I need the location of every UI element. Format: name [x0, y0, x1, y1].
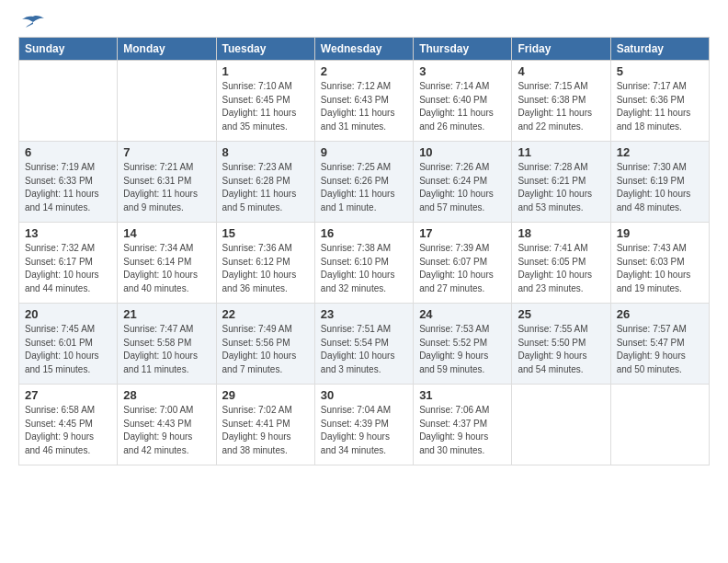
calendar-cell: 26Sunrise: 7:57 AM Sunset: 5:47 PM Dayli…: [610, 304, 709, 385]
calendar-cell: 3Sunrise: 7:14 AM Sunset: 6:40 PM Daylig…: [414, 61, 512, 142]
day-number: 2: [321, 64, 407, 78]
calendar-cell: 14Sunrise: 7:34 AM Sunset: 6:14 PM Dayli…: [118, 223, 216, 304]
calendar-cell: 23Sunrise: 7:51 AM Sunset: 5:54 PM Dayli…: [314, 304, 413, 385]
day-number: 4: [518, 64, 604, 78]
day-number: 3: [419, 64, 506, 78]
cell-info: Sunrise: 7:55 AM Sunset: 5:50 PM Dayligh…: [518, 323, 604, 376]
calendar-cell: 8Sunrise: 7:23 AM Sunset: 6:28 PM Daylig…: [216, 142, 314, 223]
cell-info: Sunrise: 7:45 AM Sunset: 6:01 PM Dayligh…: [25, 323, 111, 376]
day-number: 18: [518, 226, 604, 240]
calendar-cell: 17Sunrise: 7:39 AM Sunset: 6:07 PM Dayli…: [414, 223, 512, 304]
cell-info: Sunrise: 7:12 AM Sunset: 6:43 PM Dayligh…: [321, 80, 407, 133]
calendar-cell: 1Sunrise: 7:10 AM Sunset: 6:45 PM Daylig…: [216, 61, 314, 142]
header-friday: Friday: [512, 38, 610, 61]
header-saturday: Saturday: [610, 38, 709, 61]
cell-info: Sunrise: 7:02 AM Sunset: 4:41 PM Dayligh…: [222, 404, 309, 457]
day-number: 13: [25, 226, 111, 240]
day-number: 5: [617, 64, 703, 78]
calendar-cell: [610, 385, 709, 465]
day-number: 20: [25, 307, 111, 321]
day-number: 15: [222, 226, 309, 240]
logo: [18, 18, 46, 29]
calendar-cell: 9Sunrise: 7:25 AM Sunset: 6:26 PM Daylig…: [314, 142, 413, 223]
week-row-5: 27Sunrise: 6:58 AM Sunset: 4:45 PM Dayli…: [19, 385, 710, 465]
header-row: SundayMondayTuesdayWednesdayThursdayFrid…: [19, 38, 710, 61]
calendar-cell: [512, 385, 610, 465]
day-number: 30: [321, 388, 407, 402]
calendar-cell: 7Sunrise: 7:21 AM Sunset: 6:31 PM Daylig…: [118, 142, 216, 223]
cell-info: Sunrise: 7:41 AM Sunset: 6:05 PM Dayligh…: [518, 242, 604, 295]
cell-info: Sunrise: 7:21 AM Sunset: 6:31 PM Dayligh…: [123, 161, 210, 214]
day-number: 12: [617, 145, 703, 159]
cell-info: Sunrise: 7:00 AM Sunset: 4:43 PM Dayligh…: [123, 404, 210, 457]
day-number: 17: [419, 226, 506, 240]
header-monday: Monday: [118, 38, 216, 61]
cell-info: Sunrise: 7:14 AM Sunset: 6:40 PM Dayligh…: [419, 80, 506, 133]
week-row-2: 6Sunrise: 7:19 AM Sunset: 6:33 PM Daylig…: [19, 142, 710, 223]
calendar-cell: 18Sunrise: 7:41 AM Sunset: 6:05 PM Dayli…: [512, 223, 610, 304]
day-number: 21: [123, 307, 210, 321]
calendar-cell: 30Sunrise: 7:04 AM Sunset: 4:39 PM Dayli…: [314, 385, 413, 465]
calendar-cell: 4Sunrise: 7:15 AM Sunset: 6:38 PM Daylig…: [512, 61, 610, 142]
cell-info: Sunrise: 7:43 AM Sunset: 6:03 PM Dayligh…: [617, 242, 703, 295]
day-number: 24: [419, 307, 506, 321]
day-number: 7: [123, 145, 210, 159]
calendar-cell: [19, 61, 118, 142]
calendar-cell: [118, 61, 216, 142]
calendar-cell: 25Sunrise: 7:55 AM Sunset: 5:50 PM Dayli…: [512, 304, 610, 385]
cell-info: Sunrise: 7:30 AM Sunset: 6:19 PM Dayligh…: [617, 161, 703, 214]
cell-info: Sunrise: 7:10 AM Sunset: 6:45 PM Dayligh…: [222, 80, 309, 133]
cell-info: Sunrise: 7:49 AM Sunset: 5:56 PM Dayligh…: [222, 323, 309, 376]
cell-info: Sunrise: 7:39 AM Sunset: 6:07 PM Dayligh…: [419, 242, 506, 295]
day-number: 22: [222, 307, 309, 321]
cell-info: Sunrise: 7:51 AM Sunset: 5:54 PM Dayligh…: [321, 323, 407, 376]
cell-info: Sunrise: 7:04 AM Sunset: 4:39 PM Dayligh…: [321, 404, 407, 457]
day-number: 23: [321, 307, 407, 321]
day-number: 27: [25, 388, 111, 402]
day-number: 9: [321, 145, 407, 159]
day-number: 28: [123, 388, 210, 402]
header-tuesday: Tuesday: [216, 38, 314, 61]
calendar-cell: 28Sunrise: 7:00 AM Sunset: 4:43 PM Dayli…: [118, 385, 216, 465]
day-number: 11: [518, 145, 604, 159]
calendar-table: SundayMondayTuesdayWednesdayThursdayFrid…: [18, 37, 710, 465]
calendar-cell: 11Sunrise: 7:28 AM Sunset: 6:21 PM Dayli…: [512, 142, 610, 223]
day-number: 31: [419, 388, 506, 402]
calendar-cell: 2Sunrise: 7:12 AM Sunset: 6:43 PM Daylig…: [314, 61, 413, 142]
cell-info: Sunrise: 7:26 AM Sunset: 6:24 PM Dayligh…: [419, 161, 506, 214]
cell-info: Sunrise: 7:06 AM Sunset: 4:37 PM Dayligh…: [419, 404, 506, 457]
calendar-cell: 19Sunrise: 7:43 AM Sunset: 6:03 PM Dayli…: [610, 223, 709, 304]
calendar-cell: 31Sunrise: 7:06 AM Sunset: 4:37 PM Dayli…: [414, 385, 512, 465]
day-number: 6: [25, 145, 111, 159]
day-number: 1: [222, 64, 309, 78]
day-number: 25: [518, 307, 604, 321]
page-header: [18, 15, 710, 29]
calendar-cell: 15Sunrise: 7:36 AM Sunset: 6:12 PM Dayli…: [216, 223, 314, 304]
calendar-cell: 27Sunrise: 6:58 AM Sunset: 4:45 PM Dayli…: [19, 385, 118, 465]
cell-info: Sunrise: 7:25 AM Sunset: 6:26 PM Dayligh…: [321, 161, 407, 214]
cell-info: Sunrise: 7:38 AM Sunset: 6:10 PM Dayligh…: [321, 242, 407, 295]
cell-info: Sunrise: 7:53 AM Sunset: 5:52 PM Dayligh…: [419, 323, 506, 376]
cell-info: Sunrise: 7:47 AM Sunset: 5:58 PM Dayligh…: [123, 323, 210, 376]
day-number: 19: [617, 226, 703, 240]
day-number: 10: [419, 145, 506, 159]
day-number: 14: [123, 226, 210, 240]
calendar-cell: 13Sunrise: 7:32 AM Sunset: 6:17 PM Dayli…: [19, 223, 118, 304]
cell-info: Sunrise: 7:17 AM Sunset: 6:36 PM Dayligh…: [617, 80, 703, 133]
cell-info: Sunrise: 7:57 AM Sunset: 5:47 PM Dayligh…: [617, 323, 703, 376]
header-thursday: Thursday: [414, 38, 512, 61]
cell-info: Sunrise: 7:32 AM Sunset: 6:17 PM Dayligh…: [25, 242, 111, 295]
header-wednesday: Wednesday: [314, 38, 413, 61]
cell-info: Sunrise: 7:23 AM Sunset: 6:28 PM Dayligh…: [222, 161, 309, 214]
week-row-3: 13Sunrise: 7:32 AM Sunset: 6:17 PM Dayli…: [19, 223, 710, 304]
cell-info: Sunrise: 7:34 AM Sunset: 6:14 PM Dayligh…: [123, 242, 210, 295]
calendar-cell: 12Sunrise: 7:30 AM Sunset: 6:19 PM Dayli…: [610, 142, 709, 223]
calendar-cell: 20Sunrise: 7:45 AM Sunset: 6:01 PM Dayli…: [19, 304, 118, 385]
cell-info: Sunrise: 7:15 AM Sunset: 6:38 PM Dayligh…: [518, 80, 604, 133]
calendar-cell: 21Sunrise: 7:47 AM Sunset: 5:58 PM Dayli…: [118, 304, 216, 385]
day-number: 26: [617, 307, 703, 321]
cell-info: Sunrise: 7:28 AM Sunset: 6:21 PM Dayligh…: [518, 161, 604, 214]
week-row-1: 1Sunrise: 7:10 AM Sunset: 6:45 PM Daylig…: [19, 61, 710, 142]
cell-info: Sunrise: 7:36 AM Sunset: 6:12 PM Dayligh…: [222, 242, 309, 295]
header-sunday: Sunday: [19, 38, 118, 61]
